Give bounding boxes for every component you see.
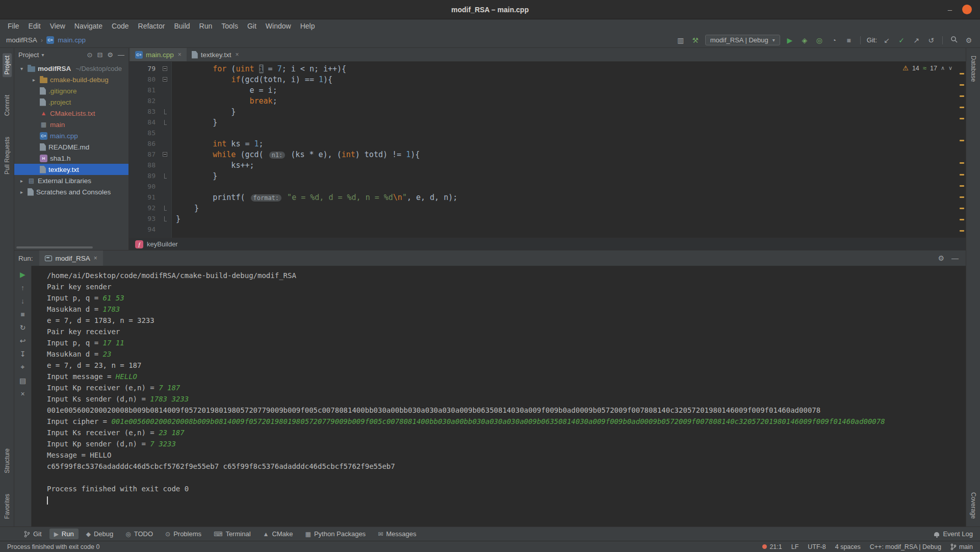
- chevron-right-icon[interactable]: ▸: [31, 77, 37, 83]
- tree-item-textkey-txt[interactable]: textkey.txt: [14, 164, 128, 175]
- menu-edit[interactable]: Edit: [24, 21, 45, 31]
- toolwindow-messages[interactable]: ✉Messages: [373, 529, 421, 539]
- menu-code[interactable]: Code: [107, 21, 133, 31]
- chevron-right-icon[interactable]: ▸: [18, 189, 25, 195]
- warning-stripe-mark[interactable]: [960, 208, 964, 209]
- prev-problem-icon[interactable]: ∧: [941, 65, 945, 71]
- code-line-83[interactable]: 83 }: [129, 106, 966, 117]
- code-line-88[interactable]: 88 ks++;: [129, 160, 966, 170]
- tree-root[interactable]: ▾modifRSA~/Desktop/code: [14, 63, 128, 74]
- locate-file-icon[interactable]: ⊙: [87, 51, 93, 59]
- scroll-to-end-icon[interactable]: ↧: [17, 348, 29, 359]
- run-tab[interactable]: modif_RSA ×: [39, 250, 103, 266]
- toolwindow-python-packages[interactable]: ▦Python Packages: [301, 529, 371, 539]
- down-stack-icon[interactable]: ↓: [17, 295, 29, 306]
- stripe-coverage[interactable]: Coverage: [969, 490, 978, 521]
- warning-stripe-mark[interactable]: [960, 174, 964, 175]
- code-editor[interactable]: 79 for (uint i = 7; i < n; i++){80 if(gc…: [129, 62, 966, 238]
- coverage-icon[interactable]: ◎: [814, 36, 824, 44]
- fold-marker[interactable]: [161, 66, 172, 71]
- tree-item-cmakelists-txt[interactable]: ▲CMakeLists.txt: [14, 108, 128, 119]
- tree-item-gitignore[interactable]: .gitignore: [14, 85, 128, 96]
- menu-navigate[interactable]: Navigate: [70, 21, 107, 31]
- warning-stripe-mark[interactable]: [960, 185, 964, 187]
- code-line-79[interactable]: 79 for (uint i = 7; i < n; i++){: [129, 63, 966, 74]
- tree-item-main-cpp[interactable]: C+main.cpp: [14, 130, 128, 141]
- horizontal-scrollbar[interactable]: [16, 246, 93, 248]
- toolwindow-debug[interactable]: ◆Debug: [82, 529, 118, 539]
- breadcrumb-project[interactable]: modifRSA: [6, 36, 37, 44]
- inspections-widget[interactable]: ⚠ 14 ≈ 17 ∧ ∨: [902, 64, 952, 72]
- profiler-icon[interactable]: ◔: [829, 36, 839, 44]
- toolwindow-terminal[interactable]: ⌨Terminal: [209, 529, 255, 539]
- menu-view[interactable]: View: [45, 21, 70, 31]
- status-c-modif-rsa-debug[interactable]: C++: modif_RSA | Debug: [870, 543, 941, 550]
- stripe-pull-requests[interactable]: Pull Requests: [3, 134, 12, 177]
- menu-git[interactable]: Git: [243, 21, 261, 31]
- stripe-favorites[interactable]: Favorites: [3, 491, 12, 521]
- event-log-button[interactable]: Event Log: [934, 530, 973, 538]
- warning-stripe-mark[interactable]: [960, 162, 964, 164]
- warning-stripe-mark[interactable]: [960, 73, 964, 74]
- clear-icon[interactable]: ×: [17, 388, 29, 399]
- run-config-combo[interactable]: modif_RSA | Debug▾: [705, 35, 780, 45]
- tree-item-main[interactable]: ▦main: [14, 119, 128, 130]
- tab-main-cpp[interactable]: C+main.cpp×: [130, 48, 187, 61]
- toolwindow-run[interactable]: ▶Run: [49, 529, 79, 539]
- fold-marker[interactable]: [161, 77, 172, 82]
- warning-stripe-mark[interactable]: [960, 219, 964, 220]
- code-line-94[interactable]: 94: [129, 224, 966, 235]
- code-line-90[interactable]: 90: [129, 181, 966, 192]
- close-tab-icon[interactable]: ×: [178, 51, 182, 58]
- menu-help[interactable]: Help: [296, 21, 320, 31]
- collapse-all-icon[interactable]: ⊟: [97, 51, 102, 59]
- status-main[interactable]: main: [950, 543, 973, 550]
- debug-icon[interactable]: ◈: [800, 36, 810, 44]
- code-line-82[interactable]: 82 break;: [129, 95, 966, 106]
- tree-item-readme-md[interactable]: README.md: [14, 141, 128, 153]
- code-line-87[interactable]: 87 while (gcd( n1: (ks * e), (int) totd)…: [129, 149, 966, 160]
- tree-item-scratches-and-consoles[interactable]: ▸Scratches and Consoles: [14, 186, 128, 197]
- hide-panel-icon[interactable]: —: [118, 51, 124, 59]
- status-utf-8[interactable]: UTF-8: [808, 543, 826, 550]
- code-line-91[interactable]: 91 printf( format: "e = %d, d = %d, n = …: [129, 192, 966, 203]
- stripe-commit[interactable]: Commit: [3, 92, 12, 118]
- hide-icon[interactable]: —: [951, 254, 959, 262]
- chevron-down-icon[interactable]: ▾: [18, 66, 25, 71]
- build-icon[interactable]: ⚒: [690, 36, 701, 44]
- error-stripe[interactable]: [960, 62, 964, 238]
- tab-textkey-txt[interactable]: textkey.txt×: [187, 48, 244, 61]
- settings-icon[interactable]: ⚙: [964, 36, 974, 44]
- warning-stripe-mark[interactable]: [960, 140, 964, 141]
- print-icon[interactable]: ▤: [17, 375, 29, 386]
- toolwindow-problems[interactable]: ⊙Problems: [161, 529, 206, 539]
- function-name[interactable]: keyBuilder: [147, 240, 178, 248]
- fold-marker[interactable]: [161, 120, 172, 125]
- git-push-icon[interactable]: ↗: [911, 36, 921, 44]
- warning-stripe-mark[interactable]: [960, 84, 964, 86]
- stop-icon[interactable]: ■: [17, 309, 29, 319]
- settings-icon[interactable]: ⚙: [938, 254, 944, 262]
- stripe-database[interactable]: Database: [969, 53, 978, 84]
- menu-refactor[interactable]: Refactor: [134, 21, 170, 31]
- minimize-button[interactable]: –: [948, 5, 952, 14]
- fold-marker[interactable]: [161, 206, 172, 211]
- tree-item-sha1-h[interactable]: Hsha1.h: [14, 153, 128, 164]
- code-line-81[interactable]: 81 e = i;: [129, 85, 966, 95]
- tree-item-cmake-build-debug[interactable]: ▸cmake-build-debug: [14, 74, 128, 85]
- console-output[interactable]: /home/ai/Desktop/code/modifRSA/cmake-bui…: [32, 266, 966, 526]
- run-icon[interactable]: ▶: [785, 36, 795, 44]
- toolwindow-git[interactable]: Git: [19, 529, 46, 539]
- code-line-80[interactable]: 80 if(gcd(totn, i) == 1){: [129, 74, 966, 85]
- menu-window[interactable]: Window: [261, 21, 296, 31]
- status-4-spaces[interactable]: 4 spaces: [835, 543, 861, 550]
- stop-icon[interactable]: ■: [844, 36, 854, 44]
- soft-wrap-icon[interactable]: ↩: [17, 335, 29, 346]
- code-line-84[interactable]: 84 }: [129, 117, 966, 128]
- close-button[interactable]: [962, 5, 972, 14]
- warning-stripe-mark[interactable]: [960, 95, 964, 97]
- warning-stripe-mark[interactable]: [960, 230, 964, 232]
- toolwindow-cmake[interactable]: ▲CMake: [259, 529, 298, 539]
- git-history-icon[interactable]: ↺: [926, 36, 936, 44]
- status-21-1[interactable]: 21:1: [762, 543, 782, 550]
